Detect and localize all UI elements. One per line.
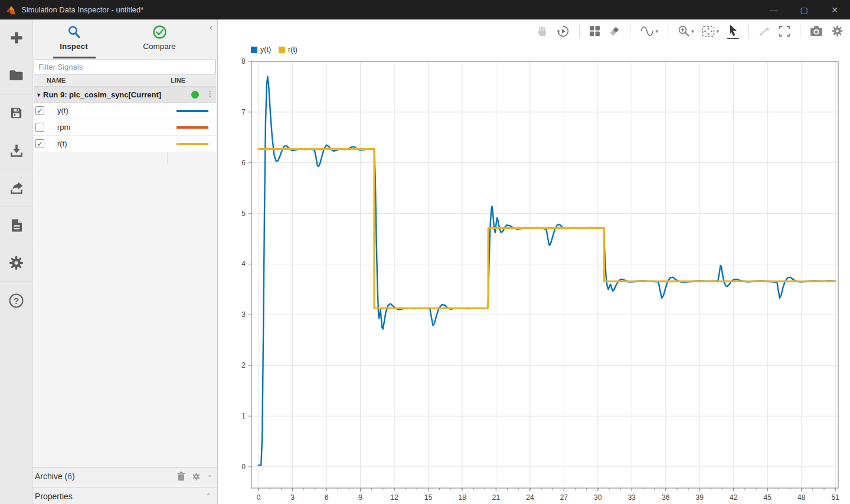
signal-table: NAME LINE ▾ Run 9: plc_cosim_sync[Curren… — [34, 74, 216, 152]
y-tick-label: 7 — [241, 108, 246, 116]
archive-label: Archive (6) — [35, 472, 75, 481]
matlab-logo-icon — [6, 5, 17, 15]
table-header: NAME LINE — [34, 74, 216, 87]
save-icon — [9, 106, 24, 120]
x-tick-label: 30 — [594, 493, 602, 502]
x-tick-label: 45 — [764, 493, 772, 502]
signal-name: y(t) — [57, 106, 68, 115]
compare-check-icon — [124, 23, 195, 40]
run-menu-icon[interactable]: ⋮ — [206, 89, 214, 98]
plot-frame — [251, 61, 838, 488]
properties-collapse-chevron-icon[interactable]: ⌃ — [206, 492, 211, 500]
svg-text:?: ? — [14, 296, 19, 306]
x-tick-label: 36 — [662, 493, 670, 502]
x-tick-label: 15 — [424, 493, 433, 502]
title-bar: Simulation Data Inspector - untitled* — … — [0, 0, 850, 19]
table-row[interactable]: ✓ r(t) — [34, 136, 216, 152]
x-tick-label: 0 — [257, 493, 261, 502]
tab-inspect[interactable]: Inspect — [38, 23, 109, 51]
help-icon: ? — [8, 293, 24, 309]
x-tick-label: 3 — [290, 493, 295, 502]
add-run-button[interactable] — [0, 19, 32, 57]
properties-section-header[interactable]: Properties ⌃ — [32, 487, 217, 504]
archive-count: 6 — [67, 472, 72, 481]
tab-compare-label: Compare — [124, 42, 195, 51]
import-icon — [9, 143, 24, 158]
archive-section-header[interactable]: Archive (6) — [32, 467, 217, 484]
signal-line-swatch[interactable] — [176, 126, 208, 129]
y-tick-label: 3 — [241, 310, 246, 319]
signal-checkbox[interactable]: ✓ — [35, 106, 44, 115]
open-button[interactable] — [0, 57, 32, 95]
import-button[interactable] — [0, 132, 32, 170]
archive-settings-gear-icon[interactable] — [192, 472, 201, 483]
collapse-panel-chevron[interactable]: ‹ — [210, 22, 212, 32]
expander-triangle-icon[interactable]: ▾ — [37, 91, 40, 98]
y-tick-label: 4 — [241, 260, 246, 268]
preferences-button[interactable] — [0, 244, 32, 282]
x-tick-label: 39 — [696, 493, 704, 502]
window-title: Simulation Data Inspector - untitled* — [21, 5, 143, 14]
signal-name: r(t) — [57, 139, 67, 148]
time-plot[interactable]: 0369121518212427303336394245485101234567… — [218, 19, 850, 504]
x-tick-label: 24 — [526, 493, 534, 502]
tab-compare[interactable]: Compare — [124, 23, 195, 51]
signal-checkbox[interactable] — [35, 123, 44, 132]
header-line: LINE — [171, 77, 185, 84]
trash-icon[interactable] — [177, 472, 185, 483]
run-status-dot — [191, 91, 199, 99]
x-tick-label: 48 — [797, 493, 806, 502]
plot-area-panel: ▾ ▾ ▾ — [217, 19, 850, 504]
signal-line-swatch[interactable] — [176, 143, 208, 145]
app-toolstrip: ? — [0, 19, 32, 504]
panel-tabs: Inspect Compare ‹ — [32, 19, 217, 59]
report-icon — [9, 218, 24, 233]
y-tick-label: 0 — [241, 463, 246, 471]
close-button[interactable]: ✕ — [819, 0, 850, 19]
minimize-button[interactable]: — — [758, 0, 789, 19]
x-tick-label: 27 — [560, 493, 568, 502]
active-tab-underline — [53, 57, 96, 58]
tab-inspect-label: Inspect — [38, 42, 109, 51]
x-tick-label: 6 — [325, 493, 329, 502]
preferences-icon — [8, 255, 24, 271]
properties-label: Properties — [35, 492, 73, 501]
filter-signals-input[interactable] — [34, 60, 216, 74]
y-tick-label: 6 — [241, 159, 246, 167]
x-tick-label: 9 — [358, 493, 362, 502]
x-tick-label: 33 — [628, 493, 636, 502]
table-row[interactable]: rpm — [34, 119, 216, 136]
run-row[interactable]: ▾ Run 9: plc_cosim_sync[Current] ⋮ — [34, 87, 216, 103]
inspect-magnifier-icon — [38, 23, 109, 40]
y-tick-label: 5 — [241, 210, 246, 218]
export-button[interactable] — [0, 169, 32, 207]
maximize-button[interactable]: ▢ — [789, 0, 819, 19]
open-folder-icon — [8, 67, 24, 83]
y-tick-label: 8 — [241, 57, 246, 66]
help-button[interactable]: ? — [0, 282, 32, 320]
x-tick-label: 18 — [458, 493, 466, 502]
report-button[interactable] — [0, 207, 32, 245]
table-row[interactable]: ✓ y(t) — [34, 103, 216, 119]
x-tick-label: 21 — [492, 493, 501, 502]
save-button[interactable] — [0, 94, 32, 132]
signal-name: rpm — [57, 123, 70, 132]
x-tick-label: 42 — [730, 493, 738, 502]
archive-collapse-chevron-icon[interactable]: ⌃ — [207, 474, 212, 482]
add-icon — [9, 30, 24, 45]
y-tick-label: 2 — [241, 361, 246, 369]
x-tick-label: 51 — [832, 493, 840, 502]
series-line-r(t)[interactable] — [259, 149, 835, 309]
signal-browser-panel: Inspect Compare ‹ NAME LINE ▾ Run 9: plc… — [32, 19, 217, 504]
x-tick-label: 12 — [390, 493, 398, 502]
run-label: Run 9: plc_cosim_sync[Current] — [43, 90, 161, 99]
header-name: NAME — [47, 77, 66, 84]
export-icon — [9, 180, 24, 195]
series-line-y(t)[interactable] — [259, 77, 835, 466]
signal-line-swatch[interactable] — [176, 110, 208, 112]
y-tick-label: 1 — [241, 412, 246, 420]
signal-checkbox[interactable]: ✓ — [35, 139, 44, 148]
